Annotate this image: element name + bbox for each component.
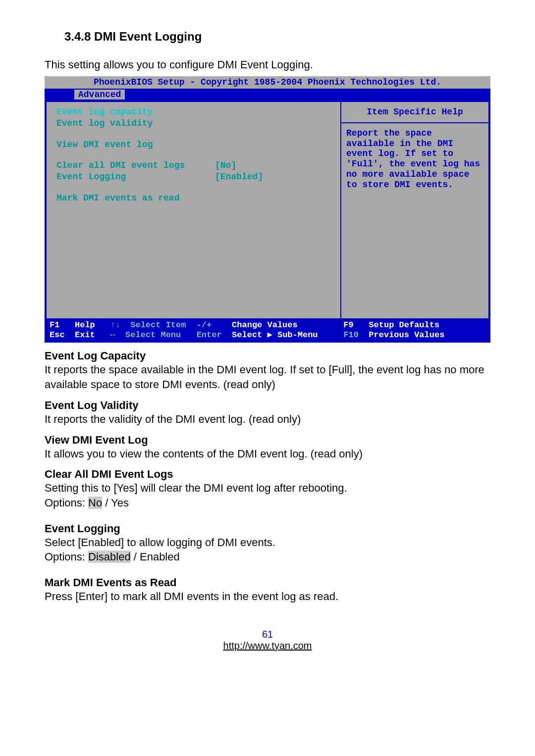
bios-footer-bar: F1 Help ↑↓ Select Item -/+ Change Values… xyxy=(45,318,490,343)
text-event-log-capacity: It reports the space available in the DM… xyxy=(45,362,490,392)
options-prefix-2: Options: xyxy=(45,551,88,563)
option-yes: / Yes xyxy=(102,497,129,509)
bios-menu-bar: Advanced xyxy=(45,89,490,101)
bios-help-title: Item Specific Help xyxy=(341,102,488,123)
text-clear-all-2: Options: No / Yes xyxy=(45,496,490,510)
bios-title-bar: PhoenixBIOS Setup - Copyright 1985-2004 … xyxy=(45,76,490,89)
bios-item-view[interactable]: View DMI event log xyxy=(56,140,215,150)
section-heading: 3.4.8 DMI Event Logging xyxy=(64,30,490,44)
bios-help-panel: Item Specific Help Report the space avai… xyxy=(341,101,488,318)
key-esc: Esc xyxy=(50,330,65,340)
document-page: 3.4.8 DMI Event Logging This setting all… xyxy=(0,0,535,671)
bios-item-validity[interactable]: Event log validity xyxy=(56,118,215,129)
option-enabled: / Enabled xyxy=(131,551,180,563)
footer-link[interactable]: http://www.tyan.com xyxy=(45,640,490,652)
title-event-log-capacity: Event Log Capacity xyxy=(45,350,490,362)
title-clear-all: Clear All DMI Event Logs xyxy=(45,468,490,481)
text-event-logging-1: Select [Enabled] to allow logging of DMI… xyxy=(45,535,490,550)
title-event-logging: Event Logging xyxy=(45,522,490,535)
label-change-values: Change Values xyxy=(232,320,298,330)
bios-item-logging[interactable]: Event Logging xyxy=(56,172,215,182)
page-footer: 61 http://www.tyan.com xyxy=(45,629,490,652)
text-clear-all-1: Setting this to [Yes] will clear the DMI… xyxy=(45,481,490,496)
bios-help-body: Report the space available in the DMI ev… xyxy=(341,123,488,195)
bios-item-capacity[interactable]: Event log capacity xyxy=(56,107,215,117)
key-plusminus: -/+ xyxy=(197,320,212,330)
key-f1: F1 xyxy=(50,320,59,330)
label-select-menu: Select Menu xyxy=(125,330,181,340)
key-f9: F9 xyxy=(343,320,353,330)
label-exit: Exit xyxy=(75,330,95,340)
key-enter: Enter xyxy=(197,330,222,340)
text-mark-dmi: Press [Enter] to mark all DMI events in … xyxy=(45,589,490,604)
label-setup-defaults: Setup Defaults xyxy=(369,320,439,330)
bios-value-logging[interactable]: [Enabled] xyxy=(215,172,263,182)
text-event-log-validity: It reports the validity of the DMI event… xyxy=(45,412,490,427)
bios-item-mark[interactable]: Mark DMI events as read xyxy=(56,193,215,203)
title-event-log-validity: Event Log Validity xyxy=(45,399,490,412)
label-select-submenu: Select ▶ Sub-Menu xyxy=(232,330,318,340)
text-event-logging-2: Options: Disabled / Enabled xyxy=(45,550,490,564)
text-view-dmi-event-log: It allows you to view the contents of th… xyxy=(45,447,490,461)
bios-main-panel: Event log capacity Event log validity Vi… xyxy=(47,101,341,318)
page-number: 61 xyxy=(45,629,490,640)
key-leftright: ↔ xyxy=(110,330,115,340)
bios-item-clear[interactable]: Clear all DMI event logs xyxy=(56,160,215,171)
options-prefix: Options: xyxy=(45,497,88,509)
label-select-item: Select Item xyxy=(130,320,186,330)
bios-screenshot: PhoenixBIOS Setup - Copyright 1985-2004 … xyxy=(45,76,490,343)
intro-text: This setting allows you to configure DMI… xyxy=(45,58,490,71)
key-updown: ↑↓ xyxy=(110,320,120,330)
bios-value-clear[interactable]: [No] xyxy=(215,160,236,171)
key-f10: F10 xyxy=(343,330,359,340)
option-no: No xyxy=(88,497,102,509)
label-help: Help xyxy=(75,320,95,330)
title-view-dmi-event-log: View DMI Event Log xyxy=(45,434,490,447)
bios-tab-advanced[interactable]: Advanced xyxy=(74,90,125,100)
title-mark-dmi: Mark DMI Events as Read xyxy=(45,576,490,589)
option-disabled: Disabled xyxy=(88,551,131,563)
label-previous-values: Previous Values xyxy=(369,330,444,340)
